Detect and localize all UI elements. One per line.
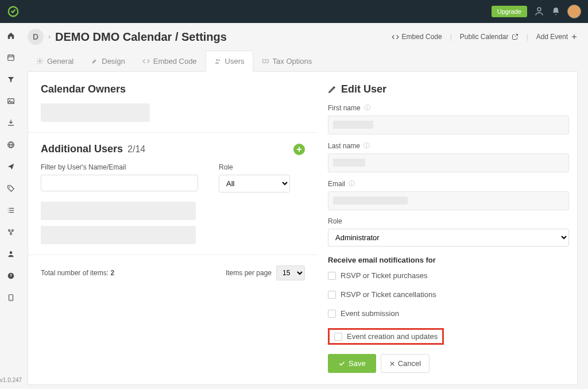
topbar: Upgrade	[0, 0, 588, 23]
help-icon[interactable]	[534, 6, 544, 17]
svg-point-1	[537, 7, 541, 11]
upgrade-button[interactable]: Upgrade	[492, 6, 527, 17]
avatar[interactable]	[567, 5, 581, 18]
app-logo-icon[interactable]	[7, 5, 20, 18]
topbar-left	[7, 5, 20, 18]
bell-icon[interactable]	[551, 7, 560, 16]
topbar-right: Upgrade	[492, 5, 581, 18]
